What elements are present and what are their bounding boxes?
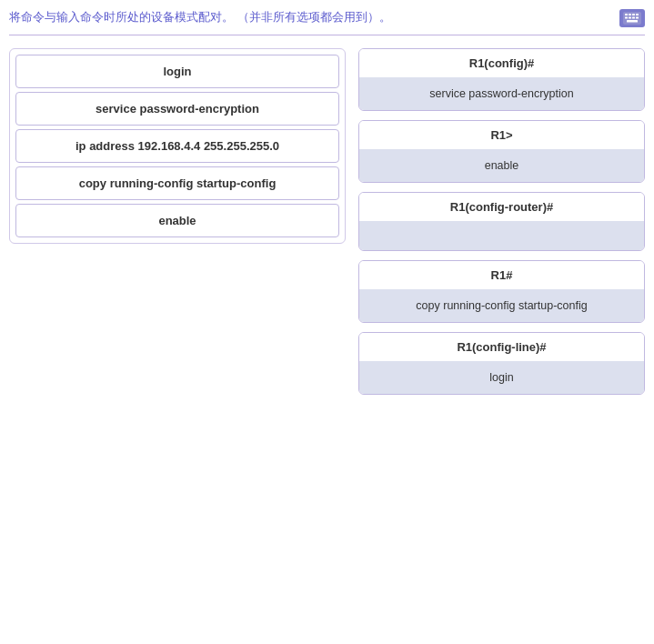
svg-rect-2 [629,14,631,15]
prompt-title-config-line: R1(config-line)# [359,333,644,361]
svg-rect-6 [629,17,631,19]
section-divider [9,35,645,35]
prompt-body-config-router[interactable] [359,221,644,250]
commands-list: loginservice password-encryptionip addre… [9,48,346,244]
command-item-copy-running-config[interactable]: copy running-config startup-config [15,166,339,200]
prompt-card-user-exec: R1>enable [358,120,645,183]
svg-rect-1 [625,14,628,15]
prompt-card-privileged-exec: R1#copy running-config startup-config [358,260,645,323]
keyboard-icon [619,9,645,27]
prompt-cards: R1(config)#service password-encryptionR1… [358,48,645,395]
prompt-body-config-line[interactable]: login [359,361,644,394]
prompt-body-config[interactable]: service password-encryption [359,77,644,110]
prompt-title-config: R1(config)# [359,49,644,77]
svg-rect-8 [636,17,639,19]
prompt-title-config-router: R1(config-router)# [359,193,644,221]
prompt-card-config-router: R1(config-router)# [358,192,645,251]
command-item-ip-address[interactable]: ip address 192.168.4.4 255.255.255.0 [15,129,339,163]
main-content: loginservice password-encryptionip addre… [9,48,645,395]
command-item-service-password-encryption[interactable]: service password-encryption [15,92,339,126]
command-item-enable[interactable]: enable [15,204,339,237]
prompt-body-privileged-exec[interactable]: copy running-config startup-config [359,289,644,322]
svg-rect-4 [636,14,639,15]
prompt-body-user-exec[interactable]: enable [359,149,644,182]
prompt-title-user-exec: R1> [359,121,644,149]
header: 将命令与输入命令时所处的设备模式配对。 （并非所有选项都会用到）。 [9,9,645,27]
command-item-login[interactable]: login [15,55,339,88]
svg-rect-9 [627,20,638,23]
svg-rect-7 [632,17,635,19]
prompt-card-config-line: R1(config-line)#login [358,332,645,395]
svg-rect-3 [632,14,635,15]
instruction-note: （并非所有选项都会用到）。 [237,10,391,24]
prompt-title-privileged-exec: R1# [359,261,644,289]
svg-rect-5 [625,17,628,19]
instruction-text: 将命令与输入命令时所处的设备模式配对。 （并非所有选项都会用到）。 [9,9,391,25]
prompt-card-config: R1(config)#service password-encryption [358,48,645,111]
instruction-main: 将命令与输入命令时所处的设备模式配对。 [9,10,234,24]
